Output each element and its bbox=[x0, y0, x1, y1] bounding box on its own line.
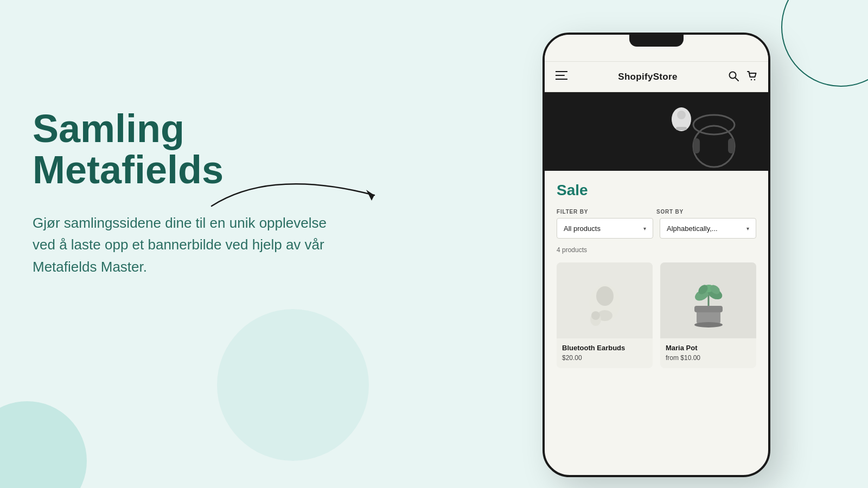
sort-chevron-icon: ▾ bbox=[746, 226, 749, 232]
product-image-pot bbox=[660, 262, 756, 338]
phone-mockup: ShopifyStore bbox=[542, 33, 770, 477]
store-header-icons bbox=[728, 70, 757, 84]
sort-dropdown[interactable]: Alphabetically,... ▾ bbox=[660, 218, 756, 239]
sort-value: Alphabetically,... bbox=[667, 224, 718, 233]
filter-chevron-icon: ▾ bbox=[643, 226, 646, 232]
svg-point-16 bbox=[596, 286, 614, 306]
phone-frame: ShopifyStore bbox=[542, 33, 770, 477]
product-name-earbuds: Bluetooth Earbuds bbox=[562, 344, 647, 352]
svg-marker-0 bbox=[366, 190, 374, 201]
svg-rect-14 bbox=[676, 127, 687, 130]
product-card-pot[interactable]: Maria Pot from $10.00 bbox=[660, 262, 756, 368]
phone-top-bar bbox=[545, 35, 768, 62]
earbuds-illustration bbox=[575, 268, 635, 333]
cart-icon[interactable] bbox=[746, 70, 757, 84]
sort-label: SORT BY bbox=[656, 209, 756, 215]
svg-point-6 bbox=[751, 79, 752, 80]
product-card-earbuds[interactable]: Bluetooth Earbuds $20.00 bbox=[557, 262, 653, 368]
filter-value: All products bbox=[564, 224, 601, 233]
store-name: ShopifyStore bbox=[618, 72, 677, 82]
svg-rect-10 bbox=[693, 138, 700, 153]
collection-content: Sale FILTER BY SORT BY All products ▾ Al… bbox=[545, 171, 768, 368]
filter-dropdown[interactable]: All products ▾ bbox=[557, 218, 653, 239]
product-info-earbuds: Bluetooth Earbuds $20.00 bbox=[557, 338, 653, 368]
svg-rect-11 bbox=[728, 138, 735, 153]
hero-banner bbox=[545, 92, 768, 171]
filter-label: FILTER BY bbox=[557, 209, 656, 215]
products-count: 4 products bbox=[557, 246, 756, 254]
description: Gjør samlingssidene dine til en unik opp… bbox=[33, 212, 347, 278]
filter-sort-dropdowns: All products ▾ Alphabetically,... ▾ bbox=[557, 218, 756, 239]
product-price-pot: from $10.00 bbox=[666, 354, 751, 362]
svg-line-5 bbox=[735, 78, 738, 81]
svg-point-22 bbox=[694, 322, 723, 328]
deco-circle-bottom-left bbox=[0, 401, 87, 488]
svg-point-4 bbox=[729, 72, 736, 78]
deco-circle-top-right bbox=[781, 0, 868, 87]
product-name-pot: Maria Pot bbox=[666, 344, 751, 352]
plant-illustration bbox=[681, 268, 736, 333]
product-info-pot: Maria Pot from $10.00 bbox=[660, 338, 756, 368]
filter-sort-labels: FILTER BY SORT BY bbox=[557, 209, 756, 215]
store-header: ShopifyStore bbox=[545, 62, 768, 92]
hero-image bbox=[605, 92, 757, 171]
arrow-svg bbox=[206, 174, 401, 217]
search-icon[interactable] bbox=[728, 70, 739, 84]
menu-icon[interactable] bbox=[556, 70, 567, 83]
arrow-container bbox=[206, 174, 401, 217]
svg-point-13 bbox=[677, 111, 686, 119]
product-image-earbuds bbox=[557, 262, 653, 338]
svg-rect-21 bbox=[694, 306, 723, 312]
collection-title: Sale bbox=[557, 182, 756, 199]
phone-notch bbox=[629, 35, 684, 47]
products-grid: Bluetooth Earbuds $20.00 bbox=[557, 262, 756, 368]
svg-point-19 bbox=[591, 311, 600, 320]
product-price-earbuds: $20.00 bbox=[562, 354, 647, 362]
svg-point-9 bbox=[693, 115, 735, 134]
svg-point-7 bbox=[754, 79, 755, 80]
deco-blob-middle bbox=[217, 309, 369, 461]
